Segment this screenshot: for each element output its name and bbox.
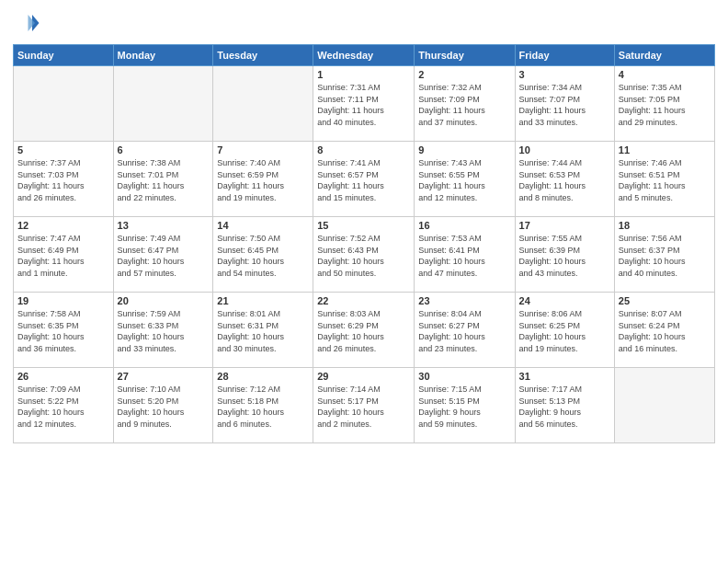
day-number: 26 bbox=[17, 371, 109, 382]
day-number: 13 bbox=[118, 220, 210, 231]
calendar-week-row: 5Sunrise: 7:37 AM Sunset: 7:03 PM Daylig… bbox=[14, 142, 715, 217]
day-number: 6 bbox=[118, 144, 210, 155]
header bbox=[13, 9, 715, 37]
day-info: Sunrise: 7:12 AM Sunset: 5:18 PM Dayligh… bbox=[217, 384, 309, 430]
day-number: 29 bbox=[317, 371, 410, 382]
weekday-header-cell: Friday bbox=[515, 45, 614, 66]
calendar-day-cell: 10Sunrise: 7:44 AM Sunset: 6:53 PM Dayli… bbox=[515, 142, 614, 217]
calendar-day-cell: 13Sunrise: 7:49 AM Sunset: 6:47 PM Dayli… bbox=[113, 217, 213, 293]
day-info: Sunrise: 7:59 AM Sunset: 6:33 PM Dayligh… bbox=[118, 308, 210, 354]
day-number: 5 bbox=[17, 144, 109, 155]
day-info: Sunrise: 7:49 AM Sunset: 6:47 PM Dayligh… bbox=[118, 233, 210, 279]
calendar-day-cell: 20Sunrise: 7:59 AM Sunset: 6:33 PM Dayli… bbox=[113, 293, 213, 368]
day-info: Sunrise: 8:06 AM Sunset: 6:25 PM Dayligh… bbox=[519, 308, 610, 354]
calendar-day-cell: 17Sunrise: 7:55 AM Sunset: 6:39 PM Dayli… bbox=[515, 217, 614, 293]
day-number: 31 bbox=[519, 371, 610, 382]
day-number: 30 bbox=[418, 371, 510, 382]
calendar-day-cell: 4Sunrise: 7:35 AM Sunset: 7:05 PM Daylig… bbox=[614, 66, 714, 142]
day-number: 27 bbox=[118, 371, 210, 382]
day-info: Sunrise: 7:17 AM Sunset: 5:13 PM Dayligh… bbox=[519, 384, 610, 430]
day-info: Sunrise: 7:40 AM Sunset: 6:59 PM Dayligh… bbox=[217, 157, 309, 203]
calendar-day-cell: 2Sunrise: 7:32 AM Sunset: 7:09 PM Daylig… bbox=[415, 66, 515, 142]
day-info: Sunrise: 7:50 AM Sunset: 6:45 PM Dayligh… bbox=[217, 233, 309, 279]
calendar-day-cell: 29Sunrise: 7:14 AM Sunset: 5:17 PM Dayli… bbox=[313, 368, 415, 443]
logo-icon bbox=[13, 9, 40, 37]
day-number: 28 bbox=[217, 371, 309, 382]
day-info: Sunrise: 7:52 AM Sunset: 6:43 PM Dayligh… bbox=[317, 233, 410, 279]
calendar-week-row: 12Sunrise: 7:47 AM Sunset: 6:49 PM Dayli… bbox=[14, 217, 715, 293]
day-info: Sunrise: 8:07 AM Sunset: 6:24 PM Dayligh… bbox=[619, 308, 711, 354]
calendar-day-cell: 9Sunrise: 7:43 AM Sunset: 6:55 PM Daylig… bbox=[415, 142, 515, 217]
day-info: Sunrise: 7:10 AM Sunset: 5:20 PM Dayligh… bbox=[118, 384, 210, 430]
calendar-day-cell bbox=[213, 66, 313, 142]
weekday-header-cell: Saturday bbox=[614, 45, 714, 66]
logo bbox=[13, 9, 44, 37]
day-number: 20 bbox=[118, 295, 210, 306]
calendar-day-cell: 8Sunrise: 7:41 AM Sunset: 6:57 PM Daylig… bbox=[313, 142, 415, 217]
weekday-header-cell: Monday bbox=[113, 45, 213, 66]
day-number: 24 bbox=[519, 295, 610, 306]
day-number: 2 bbox=[418, 69, 510, 80]
day-info: Sunrise: 7:58 AM Sunset: 6:35 PM Dayligh… bbox=[17, 308, 109, 354]
day-info: Sunrise: 7:56 AM Sunset: 6:37 PM Dayligh… bbox=[619, 233, 711, 279]
day-info: Sunrise: 7:14 AM Sunset: 5:17 PM Dayligh… bbox=[317, 384, 410, 430]
day-info: Sunrise: 7:35 AM Sunset: 7:05 PM Dayligh… bbox=[619, 82, 711, 128]
calendar-week-row: 19Sunrise: 7:58 AM Sunset: 6:35 PM Dayli… bbox=[14, 293, 715, 368]
day-number: 22 bbox=[317, 295, 410, 306]
calendar-day-cell: 12Sunrise: 7:47 AM Sunset: 6:49 PM Dayli… bbox=[14, 217, 114, 293]
calendar-day-cell: 15Sunrise: 7:52 AM Sunset: 6:43 PM Dayli… bbox=[313, 217, 415, 293]
calendar-week-row: 1Sunrise: 7:31 AM Sunset: 7:11 PM Daylig… bbox=[14, 66, 715, 142]
day-number: 12 bbox=[17, 220, 109, 231]
day-info: Sunrise: 7:34 AM Sunset: 7:07 PM Dayligh… bbox=[519, 82, 610, 128]
day-number: 16 bbox=[418, 220, 510, 231]
calendar-table: SundayMondayTuesdayWednesdayThursdayFrid… bbox=[13, 44, 715, 443]
calendar-day-cell bbox=[113, 66, 213, 142]
day-number: 3 bbox=[519, 69, 610, 80]
day-number: 21 bbox=[217, 295, 309, 306]
calendar-body: 1Sunrise: 7:31 AM Sunset: 7:11 PM Daylig… bbox=[14, 66, 715, 443]
day-number: 4 bbox=[619, 69, 711, 80]
day-number: 14 bbox=[217, 220, 309, 231]
day-info: Sunrise: 7:43 AM Sunset: 6:55 PM Dayligh… bbox=[418, 157, 510, 203]
weekday-header-row: SundayMondayTuesdayWednesdayThursdayFrid… bbox=[14, 45, 715, 66]
calendar-day-cell: 3Sunrise: 7:34 AM Sunset: 7:07 PM Daylig… bbox=[515, 66, 614, 142]
day-info: Sunrise: 8:03 AM Sunset: 6:29 PM Dayligh… bbox=[317, 308, 410, 354]
day-number: 19 bbox=[17, 295, 109, 306]
calendar-day-cell: 7Sunrise: 7:40 AM Sunset: 6:59 PM Daylig… bbox=[213, 142, 313, 217]
calendar-day-cell: 18Sunrise: 7:56 AM Sunset: 6:37 PM Dayli… bbox=[614, 217, 714, 293]
calendar-week-row: 26Sunrise: 7:09 AM Sunset: 5:22 PM Dayli… bbox=[14, 368, 715, 443]
day-info: Sunrise: 7:37 AM Sunset: 7:03 PM Dayligh… bbox=[17, 157, 109, 203]
day-info: Sunrise: 7:32 AM Sunset: 7:09 PM Dayligh… bbox=[418, 82, 510, 128]
day-info: Sunrise: 7:09 AM Sunset: 5:22 PM Dayligh… bbox=[17, 384, 109, 430]
calendar-day-cell: 16Sunrise: 7:53 AM Sunset: 6:41 PM Dayli… bbox=[415, 217, 515, 293]
page: SundayMondayTuesdayWednesdayThursdayFrid… bbox=[0, 0, 728, 563]
day-number: 9 bbox=[418, 144, 510, 155]
day-number: 23 bbox=[418, 295, 510, 306]
weekday-header-cell: Wednesday bbox=[313, 45, 415, 66]
calendar-day-cell: 23Sunrise: 8:04 AM Sunset: 6:27 PM Dayli… bbox=[415, 293, 515, 368]
calendar-day-cell: 1Sunrise: 7:31 AM Sunset: 7:11 PM Daylig… bbox=[313, 66, 415, 142]
day-info: Sunrise: 7:38 AM Sunset: 7:01 PM Dayligh… bbox=[118, 157, 210, 203]
day-info: Sunrise: 7:47 AM Sunset: 6:49 PM Dayligh… bbox=[17, 233, 109, 279]
day-number: 25 bbox=[619, 295, 711, 306]
calendar-day-cell: 25Sunrise: 8:07 AM Sunset: 6:24 PM Dayli… bbox=[614, 293, 714, 368]
calendar-day-cell: 19Sunrise: 7:58 AM Sunset: 6:35 PM Dayli… bbox=[14, 293, 114, 368]
day-number: 15 bbox=[317, 220, 410, 231]
calendar-day-cell: 27Sunrise: 7:10 AM Sunset: 5:20 PM Dayli… bbox=[113, 368, 213, 443]
day-number: 17 bbox=[519, 220, 610, 231]
day-number: 11 bbox=[619, 144, 711, 155]
day-info: Sunrise: 7:15 AM Sunset: 5:15 PM Dayligh… bbox=[418, 384, 510, 430]
day-number: 10 bbox=[519, 144, 610, 155]
calendar-day-cell: 5Sunrise: 7:37 AM Sunset: 7:03 PM Daylig… bbox=[14, 142, 114, 217]
day-info: Sunrise: 8:01 AM Sunset: 6:31 PM Dayligh… bbox=[217, 308, 309, 354]
day-info: Sunrise: 8:04 AM Sunset: 6:27 PM Dayligh… bbox=[418, 308, 510, 354]
calendar-day-cell: 22Sunrise: 8:03 AM Sunset: 6:29 PM Dayli… bbox=[313, 293, 415, 368]
calendar-day-cell: 11Sunrise: 7:46 AM Sunset: 6:51 PM Dayli… bbox=[614, 142, 714, 217]
calendar-day-cell: 31Sunrise: 7:17 AM Sunset: 5:13 PM Dayli… bbox=[515, 368, 614, 443]
weekday-header-cell: Tuesday bbox=[213, 45, 313, 66]
day-number: 8 bbox=[317, 144, 410, 155]
day-info: Sunrise: 7:41 AM Sunset: 6:57 PM Dayligh… bbox=[317, 157, 410, 203]
calendar-day-cell: 28Sunrise: 7:12 AM Sunset: 5:18 PM Dayli… bbox=[213, 368, 313, 443]
calendar-day-cell bbox=[14, 66, 114, 142]
day-info: Sunrise: 7:31 AM Sunset: 7:11 PM Dayligh… bbox=[317, 82, 410, 128]
